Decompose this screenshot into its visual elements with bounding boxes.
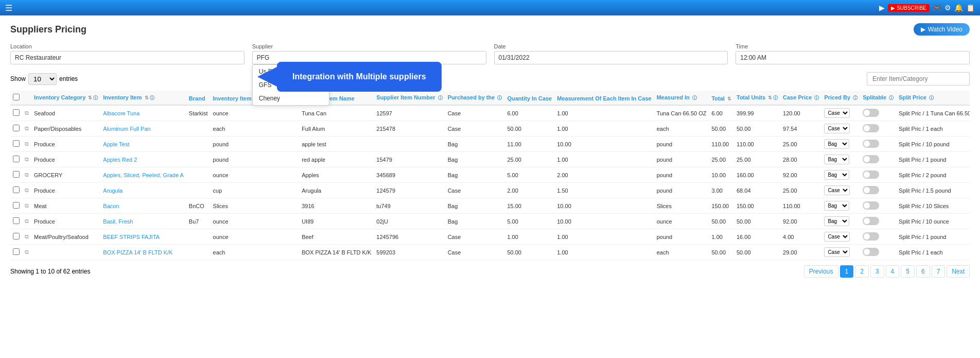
- splitable-toggle[interactable]: [863, 124, 879, 132]
- inv-item-link[interactable]: BEEF STRIPS FAJITA: [103, 234, 160, 240]
- copy-icon[interactable]: ⧉: [25, 218, 29, 224]
- page-6-button[interactable]: 6: [916, 265, 930, 278]
- splitable-toggle[interactable]: [863, 248, 879, 256]
- subscribe-button[interactable]: ▶ SUBSCRIBE: [888, 4, 930, 12]
- col-header-purchased[interactable]: Purchased by the ⓘ: [445, 91, 505, 105]
- row-total: 50.00: [709, 245, 734, 260]
- row-checkbox-cell: [10, 137, 22, 152]
- page-4-button[interactable]: 4: [886, 265, 900, 278]
- priced-by-select[interactable]: Case Each Bag: [824, 232, 850, 242]
- dropdown-item-cheney[interactable]: Cheney: [253, 92, 329, 105]
- row-checkbox[interactable]: [13, 140, 20, 147]
- priced-by-select[interactable]: Bag Each Bag: [824, 155, 849, 164]
- col-header-splitable[interactable]: Splitable ⓘ: [860, 91, 896, 105]
- inv-item-link[interactable]: Basil, Fresh: [103, 218, 133, 225]
- splitable-toggle[interactable]: [863, 201, 879, 210]
- splitable-toggle[interactable]: [863, 140, 879, 148]
- search-input[interactable]: [867, 72, 970, 86]
- date-input[interactable]: [494, 51, 728, 64]
- copy-icon[interactable]: ⧉: [25, 249, 29, 255]
- priced-by-select[interactable]: Bag Each Bag: [824, 170, 849, 180]
- top-navigation: ☰ ▶ ▶ SUBSCRIBE 🎮 ⚙ 🔔 📋: [0, 0, 980, 15]
- row-purchased: Bag: [445, 167, 505, 183]
- hamburger-icon[interactable]: ☰: [5, 3, 12, 13]
- inv-item-link[interactable]: Aluminum Full Pan: [103, 126, 150, 132]
- row-splitable: [860, 167, 896, 183]
- copy-icon[interactable]: ⧉: [25, 125, 29, 131]
- row-checkbox[interactable]: [13, 233, 20, 240]
- priced-by-select[interactable]: Bag Each Bag: [824, 201, 849, 211]
- copy-icon[interactable]: ⧉: [25, 233, 29, 240]
- inv-item-link[interactable]: Apples Red 2: [103, 157, 137, 163]
- priced-by-select[interactable]: Case Each Bag: [824, 108, 850, 118]
- settings-icon[interactable]: ⚙: [944, 4, 951, 12]
- row-checkbox[interactable]: [13, 186, 20, 193]
- row-checkbox[interactable]: [13, 171, 20, 178]
- splitable-toggle[interactable]: [863, 217, 879, 225]
- clipboard-icon[interactable]: 📋: [966, 4, 975, 12]
- row-split-price: Split Pric / 2 pound: [896, 167, 970, 183]
- priced-by-select[interactable]: Bag Each Bag: [824, 139, 849, 149]
- splitable-toggle[interactable]: [863, 186, 879, 194]
- priced-by-select[interactable]: Bag Each Bag: [824, 216, 849, 226]
- page-1-button[interactable]: 1: [840, 265, 854, 278]
- col-header-total[interactable]: Total ⇅: [709, 91, 734, 105]
- inv-item-link[interactable]: Apple Test: [103, 141, 129, 147]
- row-purchased: Bag: [445, 152, 505, 167]
- location-input[interactable]: [10, 51, 244, 64]
- copy-icon[interactable]: ⧉: [25, 141, 29, 147]
- prev-button[interactable]: Previous: [804, 265, 838, 278]
- splitable-toggle[interactable]: [863, 109, 879, 117]
- col-header-inv-item[interactable]: Inventory Item ⇅ⓘ: [100, 91, 186, 105]
- page-7-button[interactable]: 7: [932, 265, 946, 278]
- row-checkbox[interactable]: [13, 248, 20, 255]
- col-header-priced-by[interactable]: Priced By ⓘ: [821, 91, 860, 105]
- priced-by-select[interactable]: Case Each Bag: [824, 185, 850, 195]
- col-header-case-price[interactable]: Case Price ⓘ: [780, 91, 821, 105]
- row-checkbox[interactable]: [13, 217, 20, 224]
- row-checkbox[interactable]: [13, 156, 20, 162]
- next-button[interactable]: Next: [947, 265, 970, 278]
- row-checkbox[interactable]: [13, 109, 20, 116]
- col-header-measured-in[interactable]: Measured In ⓘ: [654, 91, 709, 105]
- row-splitable: [860, 152, 896, 167]
- watch-video-button[interactable]: ▶ Watch Video: [914, 23, 970, 36]
- col-header-sup-num[interactable]: Supplier Item Number ⓘ: [374, 91, 445, 105]
- time-input[interactable]: [736, 51, 970, 64]
- col-header-inv-cat[interactable]: Inventory Category ⇅ⓘ: [31, 91, 100, 105]
- priced-by-select[interactable]: Case Each Bag: [824, 247, 850, 257]
- row-sup-name: UI89: [299, 214, 374, 229]
- splitable-toggle[interactable]: [863, 232, 879, 241]
- inv-item-link[interactable]: Bacon: [103, 203, 119, 209]
- select-all-checkbox[interactable]: [13, 94, 20, 100]
- watch-video-label: Watch Video: [928, 26, 962, 33]
- inv-item-link[interactable]: Albacore Tuna: [103, 110, 139, 116]
- row-priced-by: Case Each Bag: [821, 245, 860, 260]
- inv-item-link[interactable]: Arugula: [103, 187, 122, 194]
- copy-icon[interactable]: ⧉: [25, 187, 29, 193]
- priced-by-select[interactable]: Case Each Bag: [824, 124, 850, 133]
- page-3-button[interactable]: 3: [870, 265, 884, 278]
- col-header-meas-each[interactable]: Measurement Of Each Item In Case: [554, 91, 654, 105]
- play-icon[interactable]: ▶: [879, 4, 885, 12]
- entries-select[interactable]: 10 25 50 100: [28, 73, 57, 85]
- row-checkbox[interactable]: [13, 125, 20, 131]
- page-5-button[interactable]: 5: [901, 265, 915, 278]
- splitable-toggle[interactable]: [863, 155, 879, 163]
- inv-item-link[interactable]: BOX PIZZA 14' B FLTD K/K: [103, 249, 172, 255]
- notification-icon[interactable]: 🔔: [954, 4, 963, 12]
- splitable-toggle[interactable]: [863, 171, 879, 179]
- page-2-button[interactable]: 2: [855, 265, 869, 278]
- game-icon[interactable]: 🎮: [933, 4, 941, 12]
- row-checkbox[interactable]: [13, 202, 20, 209]
- row-splitable: [860, 229, 896, 245]
- inv-item-link[interactable]: Apples, Sliced, Peeled, Grade A: [103, 172, 184, 178]
- copy-icon[interactable]: ⧉: [25, 172, 29, 178]
- col-header-total-units[interactable]: Total Units ⇅ⓘ: [734, 91, 780, 105]
- col-header-brand[interactable]: Brand: [186, 91, 211, 105]
- copy-icon[interactable]: ⧉: [25, 202, 29, 209]
- col-header-split-price[interactable]: Split Price ⓘ: [896, 91, 970, 105]
- copy-icon[interactable]: ⧉: [25, 110, 29, 116]
- copy-icon[interactable]: ⧉: [25, 156, 29, 162]
- col-header-qty[interactable]: Quantity In Case: [504, 91, 554, 105]
